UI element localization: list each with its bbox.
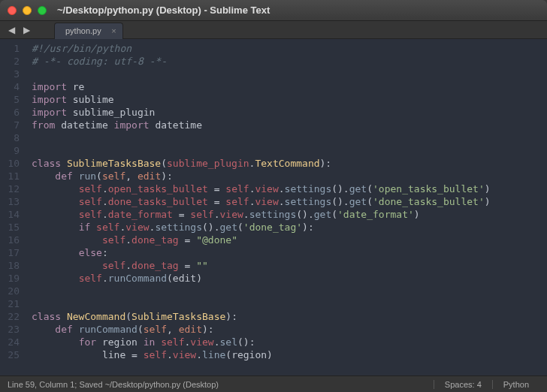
nav-back-icon[interactable]: ◀ bbox=[6, 25, 17, 35]
close-icon[interactable]: × bbox=[111, 26, 116, 35]
tab-label: python.py bbox=[65, 26, 101, 35]
status-bar: Line 59, Column 1; Saved ~/Desktop/pytho… bbox=[0, 375, 547, 392]
status-left: Line 59, Column 1; Saved ~/Desktop/pytho… bbox=[8, 380, 219, 389]
line-number-gutter: 1 2 3 4 5 6 7 8 9 10 11 12 13 14 15 16 1… bbox=[0, 39, 26, 375]
nav-forward-icon[interactable]: ▶ bbox=[21, 25, 32, 35]
zoom-window-button[interactable] bbox=[38, 6, 47, 15]
minimize-window-button[interactable] bbox=[23, 6, 32, 15]
traffic-lights bbox=[8, 6, 47, 15]
window-title: ~/Desktop/python.py (Desktop) - Sublime … bbox=[57, 5, 270, 16]
minimap[interactable] bbox=[533, 39, 547, 375]
close-window-button[interactable] bbox=[8, 6, 17, 15]
titlebar: ~/Desktop/python.py (Desktop) - Sublime … bbox=[0, 0, 547, 21]
tab-python-py[interactable]: python.py × bbox=[54, 23, 123, 39]
code-area[interactable]: #!/usr/bin/python # -*- coding: utf-8 -*… bbox=[26, 39, 533, 375]
status-indent[interactable]: Spaces: 4 bbox=[434, 380, 492, 389]
editor[interactable]: 1 2 3 4 5 6 7 8 9 10 11 12 13 14 15 16 1… bbox=[0, 39, 547, 375]
tab-bar: ◀ ▶ python.py × bbox=[0, 21, 547, 39]
status-language[interactable]: Python bbox=[492, 380, 539, 389]
